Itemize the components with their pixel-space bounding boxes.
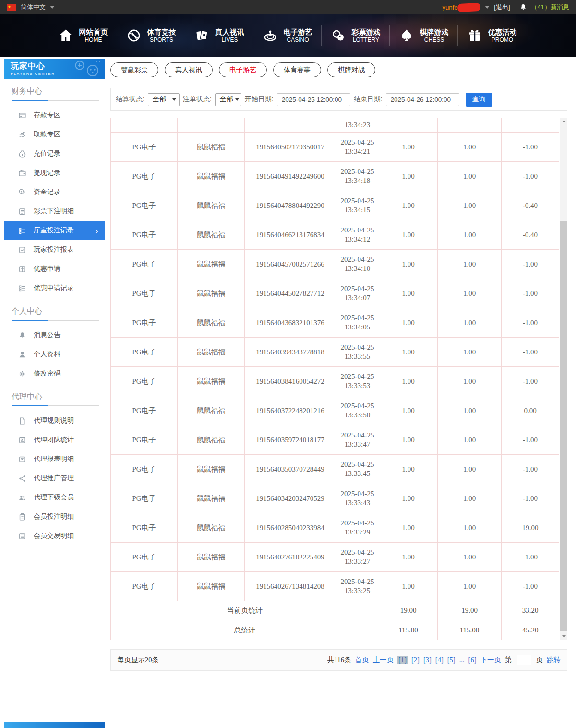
provider: PG电子: [110, 367, 178, 396]
end-date-input[interactable]: [386, 93, 459, 106]
settle-status-select[interactable]: 全部: [148, 93, 180, 106]
provider: PG电子: [110, 513, 178, 543]
valid-amount: 1.00: [438, 455, 502, 484]
sidebar-item[interactable]: 代理团队统计: [4, 430, 105, 449]
sidebar-item[interactable]: 会员投注明细: [4, 507, 105, 526]
language-selector[interactable]: ★ 简体中文: [7, 3, 55, 12]
stat-profit: 33.20: [502, 601, 559, 620]
provider: PG电子: [110, 308, 178, 338]
sidebar-item[interactable]: 提现记录: [4, 163, 105, 182]
scroll-up-arrow-icon[interactable]: [560, 118, 567, 124]
nav-item-lottery[interactable]: 彩票游戏LOTTERY: [322, 27, 390, 44]
nav-item-text: 体育竞技SPORTS: [147, 27, 176, 44]
nav-item-sports[interactable]: 体育竞技SPORTS: [117, 27, 185, 44]
bet-amount: 1.00: [379, 279, 438, 308]
nav-item-lives[interactable]: 真人视讯LIVES: [185, 27, 253, 44]
next-page-link[interactable]: 下一页: [480, 655, 502, 665]
nav-label-en: CHESS: [424, 36, 444, 44]
players-center-header: 玩家中心 PLAYERS CENTER: [4, 59, 105, 79]
topbar: ★ 简体中文 yunfei [退出] （41）新消息: [0, 0, 576, 14]
bet-time: 2025-04-2513:34:07: [336, 279, 379, 308]
bet-time: 2025-04-2513:33:27: [336, 543, 379, 572]
provider: [110, 118, 178, 133]
tab-4[interactable]: 棋牌对战: [327, 62, 375, 77]
pagination-controls: 共116条首页上一页[1][2][3][4][5]...[6]下一页第页跳转: [327, 655, 561, 665]
stat-valid: 19.00: [438, 601, 502, 620]
table-row-partial: 13:34:23: [110, 118, 559, 133]
nav-item-promo[interactable]: 优惠活动PROMO: [458, 27, 526, 44]
nav-label-zh: 网站首页: [79, 27, 108, 36]
jump-button[interactable]: 跳转: [547, 655, 561, 665]
sidebar-item[interactable]: 彩票下注明细: [4, 202, 105, 221]
sidebar-item[interactable]: 修改密码: [4, 364, 105, 383]
sidebar-item[interactable]: 代理规则说明: [4, 411, 105, 430]
sidebar-item[interactable]: 优惠申请记录: [4, 279, 105, 298]
first-page-link[interactable]: 首页: [355, 655, 369, 665]
sidebar-item-label: 代理团队统计: [34, 436, 74, 444]
nav-item-chess[interactable]: 棋牌游戏CHESS: [390, 27, 458, 44]
prev-page-link[interactable]: 上一页: [373, 655, 394, 665]
sidebar-item[interactable]: 个人资料: [4, 345, 105, 364]
bet-date: 2025-04-25: [341, 196, 374, 206]
tab-3[interactable]: 体育赛事: [273, 62, 321, 77]
table-row: PG电子鼠鼠福福19156403722482012162025-04-2513:…: [110, 396, 559, 425]
profit-amount: -0.40: [502, 191, 559, 220]
table-row: PG电子鼠鼠福福19156403597240181772025-04-2513:…: [110, 425, 559, 455]
table-row: PG电子鼠鼠福福19156404570025712662025-04-2513:…: [110, 250, 559, 279]
bet-amount: 1.00: [379, 162, 438, 191]
valid-amount: 1.00: [438, 484, 502, 513]
profit-amount: -0.40: [502, 220, 559, 250]
page-link-5[interactable]: [5]: [447, 656, 456, 664]
tab-2[interactable]: 电子游艺: [219, 62, 267, 77]
nav-item-home[interactable]: 网站首页HOME: [49, 27, 117, 44]
sidebar-item-active[interactable]: 厅室投注记录›: [4, 221, 105, 240]
sidebar-item[interactable]: 代理下级会员: [4, 488, 105, 507]
page-link-1[interactable]: [1]: [397, 656, 408, 664]
profit-amount: -1.00: [502, 162, 559, 191]
sidebar-item[interactable]: 取款专区: [4, 125, 105, 144]
records-table: 13:34:23PG电子鼠鼠福福19156405021793500172025-…: [110, 118, 567, 640]
username[interactable]: yunfei: [443, 4, 459, 11]
sidebar-item[interactable]: 代理推广管理: [4, 469, 105, 488]
jump-page-input[interactable]: [517, 655, 531, 665]
user-caret-down-icon[interactable]: [485, 6, 490, 9]
bet-date: 2025-04-25: [341, 314, 374, 323]
scrollbar-thumb[interactable]: [560, 221, 567, 631]
bet-amount: 1.00: [379, 250, 438, 279]
valid-amount: 1.00: [438, 543, 502, 572]
bell-icon[interactable]: [519, 3, 527, 11]
order-number: 1915640394343778818: [245, 338, 336, 367]
sidebar-item[interactable]: 充值记录: [4, 144, 105, 163]
page-link-6[interactable]: [6]: [468, 656, 477, 664]
profit-amount: -1.00: [502, 250, 559, 279]
scroll-down-arrow-icon[interactable]: [560, 633, 567, 640]
stat-label: 总统计: [110, 620, 379, 640]
sidebar-item[interactable]: 存款专区: [4, 106, 105, 125]
nav-label-zh: 体育竞技: [147, 27, 176, 36]
bet-clock: 13:34:07: [345, 293, 370, 303]
sidebar-item[interactable]: 优惠申请: [4, 259, 105, 279]
game-name: 鼠鼠福福: [178, 250, 245, 279]
nav-item-text: 网站首页HOME: [79, 27, 108, 44]
sidebar-item[interactable]: 代理报表明细: [4, 449, 105, 469]
sidebar-item[interactable]: 玩家投注报表: [4, 240, 105, 259]
search-button[interactable]: 查询: [466, 93, 492, 107]
sidebar-item[interactable]: 资金记录: [4, 182, 105, 202]
provider: PG电子: [110, 455, 178, 484]
page-link-3[interactable]: [3]: [423, 656, 432, 664]
logout-button[interactable]: [退出]: [494, 3, 510, 12]
sidebar-item[interactable]: 消息公告: [4, 326, 105, 345]
table-scrollbar[interactable]: [560, 118, 567, 640]
tab-0[interactable]: 雙赢彩票: [110, 62, 158, 77]
page-link-4[interactable]: [4]: [435, 656, 444, 664]
sidebar-item-label: 优惠申请记录: [34, 284, 74, 292]
sidebar-item[interactable]: 会员交易明细: [4, 526, 105, 546]
page-link-2[interactable]: [2]: [411, 656, 420, 664]
new-messages-link[interactable]: （41）新消息: [531, 3, 569, 12]
order-status-select[interactable]: 全部: [215, 93, 241, 106]
gamepad-decoration-icon: [73, 59, 103, 78]
bet-time: 2025-04-2513:33:53: [336, 367, 379, 396]
nav-item-casino[interactable]: 电子游艺CASINO: [253, 27, 322, 44]
tab-1[interactable]: 真人视讯: [165, 62, 213, 77]
start-date-input[interactable]: [277, 93, 350, 106]
